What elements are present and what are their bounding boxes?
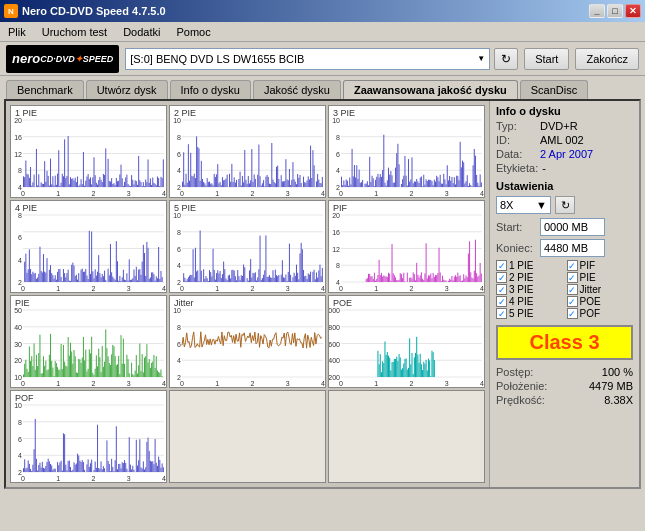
right-panel: Info o dysku Typ: DVD+R ID: AML 002 Data…	[489, 101, 639, 487]
settings-title: Ustawienia	[496, 180, 633, 192]
chart-empty2	[328, 390, 485, 483]
cb-2pie[interactable]: ✓	[496, 272, 507, 283]
chart-3pie-title: 3 PIE	[333, 108, 355, 118]
end-field[interactable]: 4480 MB	[540, 239, 605, 257]
tab-advanced-quality[interactable]: Zaawansowana jakość dysku	[343, 80, 518, 99]
cb-jitter-label: Jitter	[580, 284, 602, 295]
cb-poe-label: POE	[580, 296, 601, 307]
start-field[interactable]: 0000 MB	[540, 218, 605, 236]
minimize-button[interactable]: _	[589, 4, 605, 18]
chart-pof: POF	[10, 390, 167, 483]
maximize-button[interactable]: □	[607, 4, 623, 18]
tab-create-disc[interactable]: Utwórz dysk	[86, 80, 168, 99]
chart-5pie: 5 PIE	[169, 200, 326, 293]
chart-jitter: Jitter	[169, 295, 326, 388]
position-value: 4479 MB	[589, 380, 633, 392]
menu-dodatki[interactable]: Dodatki	[119, 25, 164, 39]
chart-poe-title: POE	[333, 298, 352, 308]
refresh-button[interactable]: ↻	[494, 48, 518, 70]
charts-area: 1 PIE 2 PIE 3 PIE 4 PIE 5 PIE PIF PIE	[6, 101, 489, 487]
position-label: Położenie:	[496, 380, 547, 392]
cb-row-4pie: ✓ 4 PIE	[496, 296, 563, 307]
canvas-jitter	[170, 296, 325, 387]
cb-pie-label: PIE	[580, 272, 596, 283]
chart-pof-title: POF	[15, 393, 34, 403]
progress-label: Postęp:	[496, 366, 533, 378]
cb-row-2pie: ✓ 2 PIE	[496, 272, 563, 283]
chart-poe: POE	[328, 295, 485, 388]
speed-combo[interactable]: 8X ▼	[496, 196, 551, 214]
cb-pie[interactable]: ✓	[567, 272, 578, 283]
speed-arrow: ▼	[536, 199, 547, 211]
tab-bar: Benchmark Utwórz dysk Info o dysku Jakoś…	[0, 76, 645, 99]
cb-row-pof: ✓ POF	[567, 308, 634, 319]
info-title: Info o dysku	[496, 105, 633, 117]
cb-pof[interactable]: ✓	[567, 308, 578, 319]
progress-value: 100 %	[602, 366, 633, 378]
canvas-pif	[329, 201, 484, 292]
menu-pomoc[interactable]: Pomoc	[172, 25, 214, 39]
chart-pie-big: PIE	[10, 295, 167, 388]
info-id-row: ID: AML 002	[496, 134, 633, 146]
cb-1pie[interactable]: ✓	[496, 260, 507, 271]
chart-pie-big-title: PIE	[15, 298, 30, 308]
canvas-pie2	[170, 106, 325, 197]
cb-5pie-label: 5 PIE	[509, 308, 533, 319]
cb-row-1pie: ✓ 1 PIE	[496, 260, 563, 271]
cb-3pie[interactable]: ✓	[496, 284, 507, 295]
speed-value: 8X	[500, 199, 513, 211]
drive-select-wrapper: [S:0] BENQ DVD LS DW1655 BCIB ▼ ↻	[125, 48, 518, 70]
cb-5pie[interactable]: ✓	[496, 308, 507, 319]
cb-4pie-label: 4 PIE	[509, 296, 533, 307]
canvas-pie3	[329, 106, 484, 197]
class-box: Class 3	[496, 325, 633, 360]
cb-poe[interactable]: ✓	[567, 296, 578, 307]
speed-label: Prędkość:	[496, 394, 545, 406]
info-data-row: Data: 2 Apr 2007	[496, 148, 633, 160]
combo-arrow: ▼	[477, 54, 485, 63]
typ-value: DVD+R	[540, 120, 578, 132]
cb-1pie-label: 1 PIE	[509, 260, 533, 271]
speed-refresh-button[interactable]: ↻	[555, 196, 575, 214]
drive-combo[interactable]: [S:0] BENQ DVD LS DW1655 BCIB ▼	[125, 48, 490, 70]
start-button[interactable]: Start	[524, 48, 569, 70]
chart-4pie-title: 4 PIE	[15, 203, 37, 213]
chart-3pie: 3 PIE	[328, 105, 485, 198]
cb-jitter[interactable]: ✓	[567, 284, 578, 295]
id-value: AML 002	[540, 134, 584, 146]
cb-4pie[interactable]: ✓	[496, 296, 507, 307]
cb-2pie-label: 2 PIE	[509, 272, 533, 283]
etykieta-value: -	[542, 162, 546, 174]
cb-3pie-label: 3 PIE	[509, 284, 533, 295]
chart-pif: PIF	[328, 200, 485, 293]
tab-scandisc[interactable]: ScanDisc	[520, 80, 588, 99]
chart-empty1	[169, 390, 326, 483]
speed-value2: 8.38X	[604, 394, 633, 406]
app-title: Nero CD-DVD Speed 4.7.5.0	[22, 5, 166, 17]
menu-plik[interactable]: Plik	[4, 25, 30, 39]
chart-pif-title: PIF	[333, 203, 347, 213]
typ-label: Typ:	[496, 120, 536, 132]
end-mb-row: Koniec: 4480 MB	[496, 239, 633, 257]
title-bar: N Nero CD-DVD Speed 4.7.5.0 _ □ ✕	[0, 0, 645, 22]
tab-disc-info[interactable]: Info o dysku	[170, 80, 251, 99]
app-icon: N	[4, 4, 18, 18]
cb-row-3pie: ✓ 3 PIE	[496, 284, 563, 295]
canvas-pie-big	[11, 296, 166, 387]
chart-5pie-title: 5 PIE	[174, 203, 196, 213]
cb-row-pif: ✓ PIF	[567, 260, 634, 271]
stop-button[interactable]: Zakończ	[575, 48, 639, 70]
cb-row-jitter: ✓ Jitter	[567, 284, 634, 295]
canvas-pof	[11, 391, 166, 482]
data-label: Data:	[496, 148, 536, 160]
chart-1pie-title: 1 PIE	[15, 108, 37, 118]
close-button[interactable]: ✕	[625, 4, 641, 18]
canvas-pie1	[11, 106, 166, 197]
end-label: Koniec:	[496, 242, 536, 254]
cb-pif[interactable]: ✓	[567, 260, 578, 271]
chart-4pie: 4 PIE	[10, 200, 167, 293]
info-etykieta-row: Etykieta: -	[496, 162, 633, 174]
tab-disc-quality[interactable]: Jakość dysku	[253, 80, 341, 99]
tab-benchmark[interactable]: Benchmark	[6, 80, 84, 99]
menu-uruchom[interactable]: Uruchom test	[38, 25, 111, 39]
